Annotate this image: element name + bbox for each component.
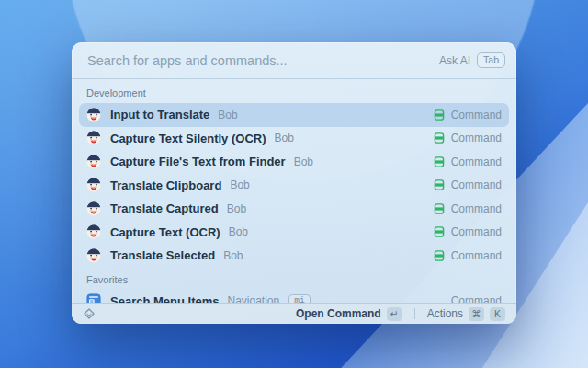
ask-ai-button[interactable]: Ask AI Tab: [439, 52, 505, 69]
item-title: Translate Captured: [110, 201, 219, 215]
item-subtitle: Bob: [230, 178, 249, 191]
bob-face-icon: [86, 178, 101, 192]
list-item[interactable]: Translate CapturedBob Command: [79, 197, 509, 221]
command-green-icon: [434, 226, 445, 237]
item-subtitle: Bob: [218, 109, 237, 121]
item-type-accessory: Command: [434, 132, 502, 144]
tab-key-badge: Tab: [477, 52, 505, 69]
command-green-icon: [434, 250, 445, 261]
return-key-badge: ↵: [387, 307, 402, 321]
bob-face-icon: [86, 201, 101, 216]
list-item[interactable]: Translate SelectedBob Command: [79, 244, 509, 268]
open-command-label: Open Command: [296, 307, 381, 320]
item-type-accessory: Command: [451, 294, 502, 303]
menu-items-icon: [86, 293, 101, 303]
item-type-label: Command: [451, 155, 502, 168]
item-type-accessory: Command: [434, 225, 502, 238]
text-cursor: [85, 52, 85, 68]
actions-button[interactable]: Actions ⌘ K: [424, 307, 509, 321]
list-item[interactable]: Translate ClipboardBob Command: [79, 174, 509, 198]
item-type-accessory: Command: [434, 109, 502, 121]
command-green-icon: [434, 132, 445, 144]
cmd-key-badge: ⌘: [469, 307, 484, 321]
list-item[interactable]: Capture Text (OCR)Bob Command: [79, 221, 509, 245]
list-item[interactable]: Capture File's Text from FinderBob Comma…: [79, 150, 509, 174]
item-subtitle: Bob: [229, 225, 248, 238]
item-title: Translate Selected: [110, 248, 215, 262]
list-item[interactable]: Search Menu ItemsNavigationmiCommand: [79, 290, 509, 304]
item-title: Input to Translate: [110, 108, 209, 121]
command-green-icon: [434, 203, 445, 214]
command-green-icon: [434, 156, 445, 167]
item-alias-badge: mi: [288, 294, 310, 303]
footer-bar: Open Command ↵ Actions ⌘ K: [72, 303, 516, 324]
item-type-accessory: Command: [434, 249, 502, 262]
bob-face-icon: [86, 155, 101, 169]
item-type-accessory: Command: [434, 178, 502, 191]
item-type-label: Command: [451, 178, 502, 191]
command-green-icon: [434, 179, 445, 190]
section-header-favorites: Favorites: [79, 268, 509, 290]
raycast-launcher-window: Ask AI Tab Development Input to Translat…: [72, 42, 516, 324]
item-type-label: Command: [451, 225, 502, 238]
footer-divider: [414, 308, 415, 319]
item-title: Capture File's Text from Finder: [110, 155, 286, 168]
item-type-label: Command: [451, 132, 502, 144]
item-type-label: Command: [451, 202, 502, 215]
raycast-logo-icon: [83, 307, 96, 320]
actions-label: Actions: [427, 307, 463, 320]
k-key-badge: K: [490, 307, 505, 321]
open-command-button[interactable]: Open Command ↵: [292, 307, 406, 321]
item-type-label: Command: [451, 109, 502, 121]
item-title: Capture Text Silently (OCR): [110, 132, 266, 145]
command-list: Development Input to TranslateBob Comman…: [72, 79, 516, 303]
list-item[interactable]: Capture Text Silently (OCR)Bob Command: [79, 127, 509, 151]
bob-face-icon: [86, 108, 101, 122]
item-subtitle: Bob: [227, 202, 246, 215]
item-subtitle: Navigation: [228, 294, 280, 303]
item-subtitle: Bob: [294, 155, 313, 168]
item-type-label: Command: [451, 294, 502, 303]
item-title: Capture Text (OCR): [110, 225, 220, 239]
list-item[interactable]: Input to TranslateBob Command: [79, 103, 509, 127]
item-subtitle: Bob: [275, 132, 294, 144]
bob-face-icon: [86, 248, 101, 263]
item-type-accessory: Command: [434, 202, 502, 215]
search-bar: Ask AI Tab: [72, 42, 516, 79]
item-type-label: Command: [451, 249, 502, 262]
search-input[interactable]: [87, 53, 439, 68]
bob-face-icon: [86, 224, 101, 239]
item-title: Search Menu Items: [110, 294, 220, 303]
ask-ai-label: Ask AI: [439, 54, 470, 67]
section-header-development: Development: [79, 81, 509, 103]
item-type-accessory: Command: [434, 155, 502, 168]
item-subtitle: Bob: [223, 249, 243, 262]
item-title: Translate Clipboard: [110, 178, 221, 192]
command-green-icon: [434, 109, 445, 121]
bob-face-icon: [86, 131, 101, 145]
